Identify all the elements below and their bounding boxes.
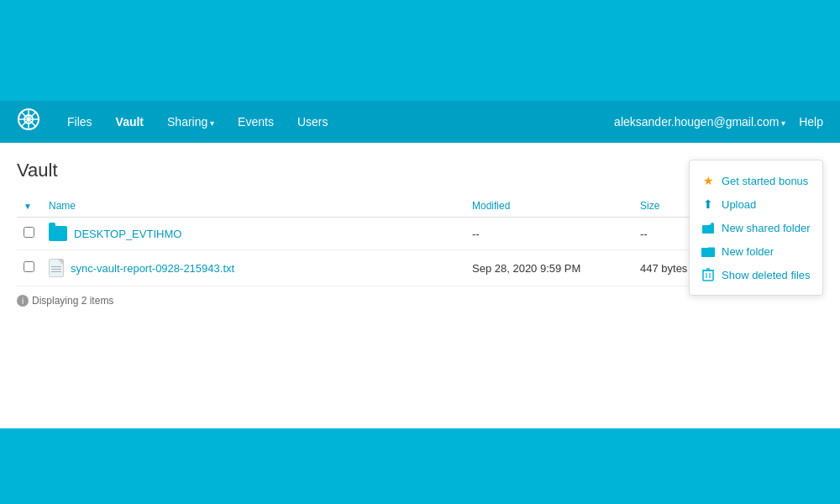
nav-vault[interactable]: Vault	[106, 110, 154, 134]
navbar-links: Files Vault Sharing Events Users	[57, 110, 614, 134]
panel-label-get-started: Get started bonus	[722, 175, 808, 187]
panel-item-new-folder[interactable]: New folder	[690, 239, 822, 263]
row1-modified: --	[465, 218, 633, 250]
row2-checkbox[interactable]	[24, 261, 34, 272]
sort-arrow[interactable]: ▼	[24, 202, 32, 211]
row2-check-cell	[17, 250, 42, 286]
row1-check-cell	[17, 218, 42, 250]
main-content: Vault ▼ Name Modified Size	[0, 143, 840, 428]
sidebar-panel: ★ Get started bonus ⬆ Upload New shared …	[689, 160, 823, 296]
nav-sharing[interactable]: Sharing	[157, 110, 224, 134]
status-bar: i Displaying 2 items	[17, 295, 823, 307]
th-modified[interactable]: Modified	[465, 195, 633, 218]
info-icon: i	[17, 295, 29, 307]
folder-icon	[49, 226, 67, 241]
navbar: Files Vault Sharing Events Users aleksan…	[0, 101, 840, 143]
panel-item-upload[interactable]: ⬆ Upload	[690, 192, 822, 216]
row2-name-cell: sync-vault-report-0928-215943.txt	[42, 250, 465, 286]
user-email[interactable]: aleksander.hougen@gmail.com	[614, 115, 785, 129]
app-logo	[17, 108, 40, 136]
row1-checkbox[interactable]	[24, 227, 34, 238]
top-bar-area	[0, 0, 840, 101]
star-icon: ★	[701, 174, 715, 187]
panel-label-show-deleted: Show deleted files	[722, 269, 811, 281]
nav-events[interactable]: Events	[228, 110, 284, 134]
row1-name-cell: DESKTOP_EVTIHMO	[42, 218, 465, 250]
th-name[interactable]: Name	[42, 195, 465, 218]
nav-files[interactable]: Files	[57, 110, 102, 134]
row2-filename[interactable]: sync-vault-report-0928-215943.txt	[71, 262, 234, 275]
upload-icon: ⬆	[701, 197, 715, 211]
share-folder-icon	[701, 221, 715, 234]
row2-modified: Sep 28, 2020 9:59 PM	[465, 250, 633, 286]
help-link[interactable]: Help	[799, 115, 823, 129]
panel-item-get-started[interactable]: ★ Get started bonus	[690, 169, 822, 192]
file-icon	[49, 259, 64, 277]
panel-item-new-shared-folder[interactable]: New shared folder	[690, 216, 822, 239]
panel-label-new-folder: New folder	[722, 245, 774, 258]
nav-users[interactable]: Users	[287, 110, 339, 134]
navbar-right: aleksander.hougen@gmail.com Help	[614, 115, 823, 129]
panel-label-new-shared-folder: New shared folder	[722, 222, 811, 234]
th-check: ▼	[17, 195, 42, 218]
bottom-area	[0, 428, 840, 504]
svg-rect-10	[703, 270, 713, 281]
status-text: Displaying 2 items	[32, 295, 113, 307]
new-folder-icon	[701, 244, 715, 258]
panel-label-upload: Upload	[722, 198, 756, 211]
panel-item-show-deleted[interactable]: Show deleted files	[690, 263, 822, 286]
trash-icon	[701, 268, 715, 281]
row1-filename[interactable]: DESKTOP_EVTIHMO	[74, 228, 181, 240]
svg-point-7	[711, 223, 714, 226]
